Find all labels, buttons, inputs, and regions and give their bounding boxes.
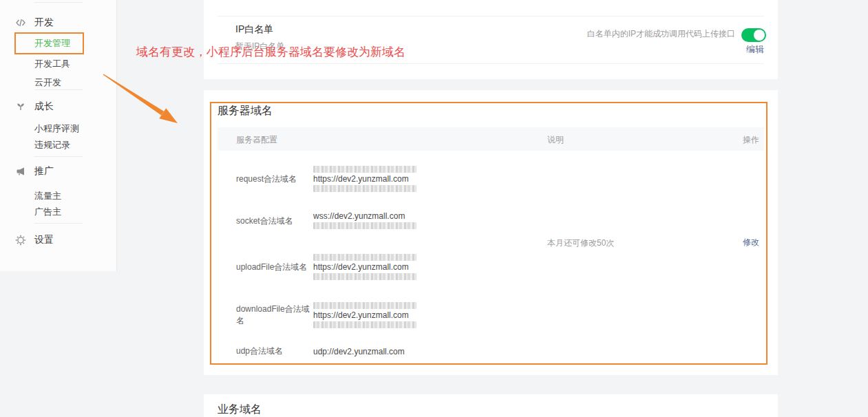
- redacted-domain-line: [313, 321, 416, 328]
- business-domain-title: 业务域名: [218, 403, 262, 417]
- redacted-domain-line: [313, 273, 416, 280]
- toggle-knob: [754, 30, 765, 41]
- gear-icon: [15, 235, 26, 246]
- server-domain-title: 服务器域名: [218, 104, 273, 118]
- table-header-row: 服务器配置 说明 操作: [218, 127, 764, 151]
- megaphone-icon: [15, 166, 26, 177]
- domain-type-label: request合法域名: [236, 173, 313, 185]
- ip-whitelist-hint: 白名单内的IP才能成功调用代码上传接口: [587, 28, 735, 40]
- sidebar-item-违规记录[interactable]: 违规记录: [0, 140, 116, 151]
- business-domain-card: 业务域名: [204, 394, 778, 417]
- table-row: socket合法域名wss://dev2.yunzmall.com: [236, 211, 416, 231]
- column-header-action: 操作: [743, 134, 759, 146]
- sidebar-group-label: 设置: [34, 234, 54, 246]
- edit-link[interactable]: 编辑: [746, 43, 764, 56]
- sidebar-group-label: 推广: [34, 165, 54, 178]
- redacted-domain-line: [313, 302, 416, 309]
- domain-value: https://dev2.yunzmall.com: [313, 262, 416, 272]
- sidebar-group-设置[interactable]: 设置: [0, 234, 116, 246]
- sidebar-divider: [34, 2, 83, 3]
- ip-whitelist-toggle[interactable]: [741, 28, 766, 42]
- sidebar-group-推广[interactable]: 推广: [0, 165, 116, 178]
- domain-values: https://dev2.yunzmall.com: [313, 164, 416, 193]
- domain-type-label: udp合法域名: [236, 345, 313, 357]
- sidebar-divider: [34, 223, 83, 224]
- table-row: downloadFile合法域名https://dev2.yunzmall.co…: [236, 301, 416, 330]
- domain-value: https://dev2.yunzmall.com: [313, 174, 416, 184]
- domain-type-label: socket合法域名: [236, 215, 313, 227]
- domain-values: https://dev2.yunzmall.com: [313, 253, 416, 281]
- sidebar-group-label: 开发: [34, 17, 54, 29]
- server-domain-card: 服务器域名 服务器配置 说明 操作 request合法域名https://dev…: [204, 90, 778, 375]
- quota-note: 本月还可修改50次: [547, 237, 614, 249]
- redacted-domain-line: [313, 166, 416, 173]
- redacted-domain-line: [313, 254, 416, 261]
- column-header-server-config: 服务器配置: [236, 134, 277, 146]
- sidebar-group-成长[interactable]: 成长: [0, 100, 116, 113]
- sidebar-item-广告主[interactable]: 广告主: [0, 206, 116, 217]
- wechat-miniprogram-admin-page: 开发开发管理开发工具云开发成长小程序评测违规记录推广流量主广告主设置 域名有更改…: [0, 0, 868, 417]
- domain-value: wss://dev2.yunzmall.com: [313, 211, 416, 221]
- redacted-domain-line: [313, 222, 416, 229]
- domain-values: https://dev2.yunzmall.com: [313, 301, 416, 330]
- sidebar-divider: [34, 156, 83, 157]
- sidebar-item-小程序评测[interactable]: 小程序评测: [0, 123, 116, 134]
- domain-values: udp://dev2.yunzmall.com: [313, 347, 405, 356]
- annotation-text: 域名有更改，小程序后台服务器域名要修改为新域名: [136, 44, 405, 60]
- table-row: request合法域名https://dev2.yunzmall.com: [236, 164, 416, 193]
- column-header-description: 说明: [547, 134, 564, 146]
- sidebar-item-开发管理[interactable]: 开发管理: [14, 32, 84, 54]
- redacted-domain-line: [313, 185, 416, 192]
- sidebar-item-开发工具[interactable]: 开发工具: [0, 58, 116, 70]
- code-icon: [15, 17, 26, 28]
- divider: [218, 63, 764, 64]
- sprout-icon: [15, 101, 26, 112]
- modify-link[interactable]: 修改: [743, 237, 759, 248]
- sidebar: 开发开发管理开发工具云开发成长小程序评测违规记录推广流量主广告主设置: [0, 0, 117, 271]
- table-row: uploadFile合法域名https://dev2.yunzmall.com: [236, 253, 416, 281]
- sidebar-divider: [34, 89, 83, 90]
- sidebar-group-label: 成长: [34, 100, 54, 113]
- domain-type-label: downloadFile合法域名: [236, 303, 313, 327]
- sidebar-group-开发[interactable]: 开发: [0, 17, 116, 29]
- domain-values: wss://dev2.yunzmall.com: [313, 211, 416, 231]
- divider: [218, 16, 764, 17]
- domain-value: https://dev2.yunzmall.com: [313, 310, 416, 320]
- domain-value: udp://dev2.yunzmall.com: [313, 347, 405, 356]
- ip-whitelist-title: IP白名单: [235, 23, 273, 36]
- ip-whitelist-card: IP白名单 暂无IP白名单 白名单内的IP才能成功调用代码上传接口 编辑: [204, 0, 778, 79]
- sidebar-item-云开发[interactable]: 云开发: [0, 77, 116, 88]
- sidebar-item-流量主[interactable]: 流量主: [0, 191, 116, 202]
- domain-type-label: uploadFile合法域名: [236, 261, 313, 273]
- table-row: udp合法域名udp://dev2.yunzmall.com: [236, 345, 405, 357]
